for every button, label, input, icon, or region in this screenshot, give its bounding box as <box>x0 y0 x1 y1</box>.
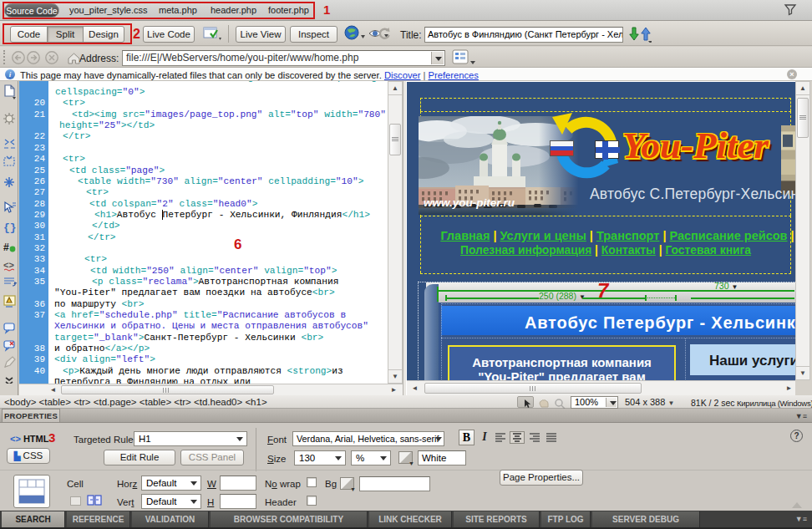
svg-text:<>: <> <box>3 260 14 270</box>
svg-text:{}: {} <box>3 221 17 234</box>
svg-text:#: # <box>3 242 9 253</box>
